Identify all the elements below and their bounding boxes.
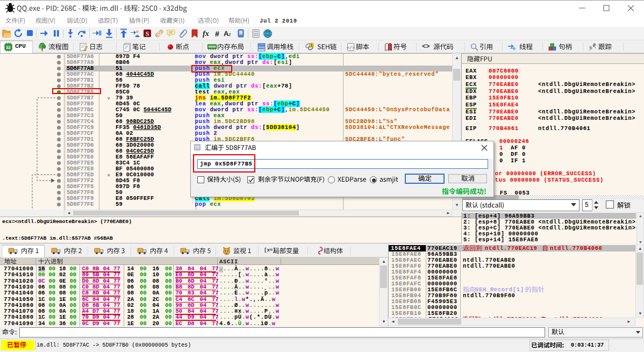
svg-text:#: # <box>215 30 219 38</box>
svg-text:!: ! <box>311 44 312 47</box>
svg-text:fx: fx <box>203 30 209 38</box>
svg-text:z: z <box>228 32 231 37</box>
svg-text:32: 32 <box>6 45 10 50</box>
svg-text:</>: </> <box>347 45 355 50</box>
svg-text:S: S <box>146 30 149 38</box>
